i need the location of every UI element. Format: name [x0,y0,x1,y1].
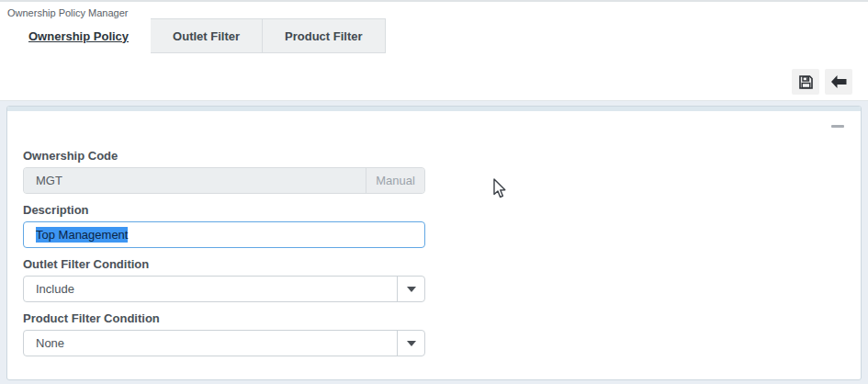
minus-icon [831,125,844,128]
tab-product-filter[interactable]: Product Filter [263,18,386,53]
product-filter-condition-select[interactable]: None [23,330,425,356]
ownership-code-addon: Manual [366,168,424,193]
back-arrow-icon [829,74,848,89]
description-input[interactable]: Top Management [23,221,425,248]
ownership-code-label: Ownership Code [23,149,425,164]
collapse-panel-button[interactable] [828,119,848,132]
ownership-code-group: Manual [23,167,425,194]
outlet-filter-condition-select[interactable]: Include [23,276,425,302]
product-filter-condition-label: Product Filter Condition [23,311,425,326]
chevron-down-icon [407,341,416,346]
chevron-down-icon [407,287,416,292]
ownership-policy-manager-window: Ownership Policy Manager Ownership Polic… [0,0,868,384]
back-button[interactable] [825,69,852,95]
toolbar [0,53,868,100]
ownership-code-input [24,168,366,193]
tab-outlet-filter[interactable]: Outlet Filter [151,18,263,53]
save-icon [798,74,814,90]
tab-label: Ownership Policy [28,29,129,43]
tab-label: Product Filter [285,29,363,43]
page-title: Ownership Policy Manager [7,7,128,18]
tab-ownership-policy[interactable]: Ownership Policy [6,18,151,53]
outlet-filter-condition-label: Outlet Filter Condition [23,257,425,272]
content-area: Ownership Code Manual Description Top Ma… [0,101,868,384]
save-button[interactable] [792,69,819,95]
dropdown-caret-segment[interactable] [397,331,424,356]
description-label: Description [23,203,425,218]
dropdown-caret-segment[interactable] [397,277,424,301]
description-selected-text: Top Management [36,227,128,243]
product-filter-condition-value: None [24,331,397,356]
form-panel: Ownership Code Manual Description Top Ma… [6,106,862,380]
outlet-filter-condition-value: Include [24,277,397,301]
tab-bar: Ownership Policy Outlet Filter Product F… [6,18,868,53]
product-filter-condition-field-row: Product Filter Condition None [23,311,425,356]
ownership-code-field-row: Ownership Code Manual [23,149,425,194]
ownership-policy-form: Ownership Code Manual Description Top Ma… [7,111,425,356]
description-field-row: Description Top Management [23,203,425,248]
tab-label: Outlet Filter [173,29,240,43]
outlet-filter-condition-field-row: Outlet Filter Condition Include [23,257,425,302]
